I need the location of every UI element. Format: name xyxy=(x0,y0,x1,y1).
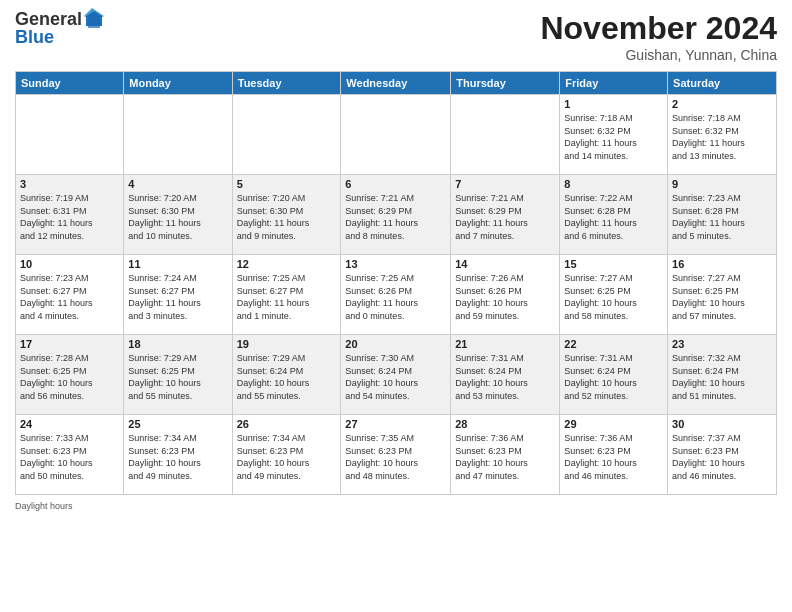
day-number: 25 xyxy=(128,418,227,430)
col-header-thursday: Thursday xyxy=(451,72,560,95)
day-info: Sunrise: 7:20 AM Sunset: 6:30 PM Dayligh… xyxy=(128,192,227,242)
calendar-cell: 5Sunrise: 7:20 AM Sunset: 6:30 PM Daylig… xyxy=(232,175,341,255)
logo-area: General Blue xyxy=(15,10,104,48)
calendar-cell: 19Sunrise: 7:29 AM Sunset: 6:24 PM Dayli… xyxy=(232,335,341,415)
calendar-cell: 11Sunrise: 7:24 AM Sunset: 6:27 PM Dayli… xyxy=(124,255,232,335)
header: General Blue November 2024 Guishan, Yunn… xyxy=(15,10,777,63)
day-number: 3 xyxy=(20,178,119,190)
col-header-saturday: Saturday xyxy=(668,72,777,95)
day-info: Sunrise: 7:25 AM Sunset: 6:26 PM Dayligh… xyxy=(345,272,446,322)
day-number: 18 xyxy=(128,338,227,350)
col-header-monday: Monday xyxy=(124,72,232,95)
day-number: 7 xyxy=(455,178,555,190)
location-subtitle: Guishan, Yunnan, China xyxy=(540,47,777,63)
day-info: Sunrise: 7:31 AM Sunset: 6:24 PM Dayligh… xyxy=(455,352,555,402)
day-number: 22 xyxy=(564,338,663,350)
header-row: SundayMondayTuesdayWednesdayThursdayFrid… xyxy=(16,72,777,95)
day-info: Sunrise: 7:37 AM Sunset: 6:23 PM Dayligh… xyxy=(672,432,772,482)
logo-blue: Blue xyxy=(15,28,104,48)
day-number: 28 xyxy=(455,418,555,430)
day-info: Sunrise: 7:27 AM Sunset: 6:25 PM Dayligh… xyxy=(672,272,772,322)
day-info: Sunrise: 7:34 AM Sunset: 6:23 PM Dayligh… xyxy=(128,432,227,482)
logo-icon xyxy=(84,8,104,28)
day-info: Sunrise: 7:24 AM Sunset: 6:27 PM Dayligh… xyxy=(128,272,227,322)
day-info: Sunrise: 7:31 AM Sunset: 6:24 PM Dayligh… xyxy=(564,352,663,402)
day-number: 21 xyxy=(455,338,555,350)
calendar-cell: 14Sunrise: 7:26 AM Sunset: 6:26 PM Dayli… xyxy=(451,255,560,335)
day-info: Sunrise: 7:34 AM Sunset: 6:23 PM Dayligh… xyxy=(237,432,337,482)
calendar-cell: 10Sunrise: 7:23 AM Sunset: 6:27 PM Dayli… xyxy=(16,255,124,335)
calendar-cell: 25Sunrise: 7:34 AM Sunset: 6:23 PM Dayli… xyxy=(124,415,232,495)
month-title: November 2024 xyxy=(540,10,777,47)
week-row-5: 24Sunrise: 7:33 AM Sunset: 6:23 PM Dayli… xyxy=(16,415,777,495)
day-info: Sunrise: 7:29 AM Sunset: 6:24 PM Dayligh… xyxy=(237,352,337,402)
calendar-table: SundayMondayTuesdayWednesdayThursdayFrid… xyxy=(15,71,777,495)
calendar-cell: 28Sunrise: 7:36 AM Sunset: 6:23 PM Dayli… xyxy=(451,415,560,495)
day-info: Sunrise: 7:21 AM Sunset: 6:29 PM Dayligh… xyxy=(345,192,446,242)
day-number: 19 xyxy=(237,338,337,350)
day-info: Sunrise: 7:27 AM Sunset: 6:25 PM Dayligh… xyxy=(564,272,663,322)
day-number: 27 xyxy=(345,418,446,430)
day-info: Sunrise: 7:22 AM Sunset: 6:28 PM Dayligh… xyxy=(564,192,663,242)
day-number: 26 xyxy=(237,418,337,430)
day-number: 11 xyxy=(128,258,227,270)
calendar-cell: 24Sunrise: 7:33 AM Sunset: 6:23 PM Dayli… xyxy=(16,415,124,495)
day-number: 6 xyxy=(345,178,446,190)
calendar-cell xyxy=(232,95,341,175)
calendar-header: SundayMondayTuesdayWednesdayThursdayFrid… xyxy=(16,72,777,95)
day-info: Sunrise: 7:32 AM Sunset: 6:24 PM Dayligh… xyxy=(672,352,772,402)
day-number: 30 xyxy=(672,418,772,430)
calendar-cell: 4Sunrise: 7:20 AM Sunset: 6:30 PM Daylig… xyxy=(124,175,232,255)
day-info: Sunrise: 7:25 AM Sunset: 6:27 PM Dayligh… xyxy=(237,272,337,322)
day-number: 1 xyxy=(564,98,663,110)
calendar-cell: 30Sunrise: 7:37 AM Sunset: 6:23 PM Dayli… xyxy=(668,415,777,495)
week-row-2: 3Sunrise: 7:19 AM Sunset: 6:31 PM Daylig… xyxy=(16,175,777,255)
day-info: Sunrise: 7:18 AM Sunset: 6:32 PM Dayligh… xyxy=(672,112,772,162)
week-row-3: 10Sunrise: 7:23 AM Sunset: 6:27 PM Dayli… xyxy=(16,255,777,335)
calendar-cell: 18Sunrise: 7:29 AM Sunset: 6:25 PM Dayli… xyxy=(124,335,232,415)
day-info: Sunrise: 7:19 AM Sunset: 6:31 PM Dayligh… xyxy=(20,192,119,242)
calendar-cell: 26Sunrise: 7:34 AM Sunset: 6:23 PM Dayli… xyxy=(232,415,341,495)
week-row-4: 17Sunrise: 7:28 AM Sunset: 6:25 PM Dayli… xyxy=(16,335,777,415)
col-header-wednesday: Wednesday xyxy=(341,72,451,95)
day-number: 15 xyxy=(564,258,663,270)
calendar-cell xyxy=(451,95,560,175)
day-number: 20 xyxy=(345,338,446,350)
day-info: Sunrise: 7:36 AM Sunset: 6:23 PM Dayligh… xyxy=(455,432,555,482)
day-info: Sunrise: 7:26 AM Sunset: 6:26 PM Dayligh… xyxy=(455,272,555,322)
daylight-label: Daylight hours xyxy=(15,501,73,511)
calendar-cell: 13Sunrise: 7:25 AM Sunset: 6:26 PM Dayli… xyxy=(341,255,451,335)
calendar-body: 1Sunrise: 7:18 AM Sunset: 6:32 PM Daylig… xyxy=(16,95,777,495)
calendar-cell: 23Sunrise: 7:32 AM Sunset: 6:24 PM Dayli… xyxy=(668,335,777,415)
day-number: 23 xyxy=(672,338,772,350)
calendar-cell: 20Sunrise: 7:30 AM Sunset: 6:24 PM Dayli… xyxy=(341,335,451,415)
day-info: Sunrise: 7:18 AM Sunset: 6:32 PM Dayligh… xyxy=(564,112,663,162)
day-number: 16 xyxy=(672,258,772,270)
calendar-cell: 2Sunrise: 7:18 AM Sunset: 6:32 PM Daylig… xyxy=(668,95,777,175)
col-header-sunday: Sunday xyxy=(16,72,124,95)
footer: Daylight hours xyxy=(15,501,777,511)
day-info: Sunrise: 7:20 AM Sunset: 6:30 PM Dayligh… xyxy=(237,192,337,242)
calendar-cell: 22Sunrise: 7:31 AM Sunset: 6:24 PM Dayli… xyxy=(560,335,668,415)
calendar-cell: 1Sunrise: 7:18 AM Sunset: 6:32 PM Daylig… xyxy=(560,95,668,175)
day-number: 8 xyxy=(564,178,663,190)
calendar-cell: 6Sunrise: 7:21 AM Sunset: 6:29 PM Daylig… xyxy=(341,175,451,255)
calendar-cell: 3Sunrise: 7:19 AM Sunset: 6:31 PM Daylig… xyxy=(16,175,124,255)
calendar-cell: 29Sunrise: 7:36 AM Sunset: 6:23 PM Dayli… xyxy=(560,415,668,495)
day-number: 17 xyxy=(20,338,119,350)
calendar-cell xyxy=(341,95,451,175)
title-area: November 2024 Guishan, Yunnan, China xyxy=(540,10,777,63)
week-row-1: 1Sunrise: 7:18 AM Sunset: 6:32 PM Daylig… xyxy=(16,95,777,175)
day-number: 13 xyxy=(345,258,446,270)
day-info: Sunrise: 7:33 AM Sunset: 6:23 PM Dayligh… xyxy=(20,432,119,482)
day-number: 9 xyxy=(672,178,772,190)
day-info: Sunrise: 7:23 AM Sunset: 6:28 PM Dayligh… xyxy=(672,192,772,242)
page: General Blue November 2024 Guishan, Yunn… xyxy=(0,0,792,612)
day-number: 14 xyxy=(455,258,555,270)
calendar-cell: 12Sunrise: 7:25 AM Sunset: 6:27 PM Dayli… xyxy=(232,255,341,335)
calendar-cell: 27Sunrise: 7:35 AM Sunset: 6:23 PM Dayli… xyxy=(341,415,451,495)
day-number: 10 xyxy=(20,258,119,270)
calendar-cell: 21Sunrise: 7:31 AM Sunset: 6:24 PM Dayli… xyxy=(451,335,560,415)
col-header-friday: Friday xyxy=(560,72,668,95)
calendar-cell: 16Sunrise: 7:27 AM Sunset: 6:25 PM Dayli… xyxy=(668,255,777,335)
